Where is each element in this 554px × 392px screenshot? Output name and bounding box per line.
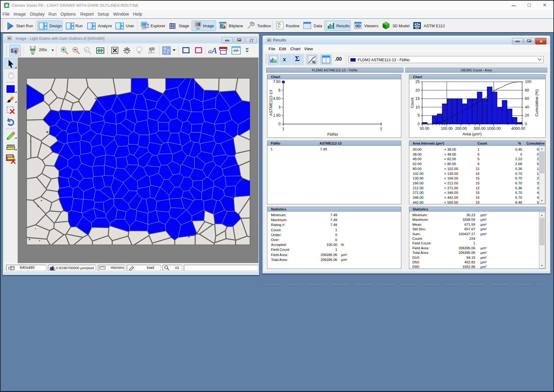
svg-text:5: 5 xyxy=(418,113,420,118)
svg-text:20: 20 xyxy=(525,113,529,118)
svg-text:30.00: 30.00 xyxy=(420,126,429,131)
svg-text:80: 80 xyxy=(525,88,529,92)
svg-text:FldNo: FldNo xyxy=(327,132,338,137)
svg-text:4000.00: 4000.00 xyxy=(511,126,525,131)
svg-text:7.50: 7.50 xyxy=(273,80,281,84)
svg-text:2: 2 xyxy=(380,127,382,131)
svg-text:ASTME112-13: ASTME112-13 xyxy=(269,90,273,116)
svg-text:100: 100 xyxy=(525,80,531,84)
svg-text:25: 25 xyxy=(415,80,420,84)
svg-text:200.00: 200.00 xyxy=(455,126,467,131)
svg-text:100.00: 100.00 xyxy=(441,126,453,131)
svg-text:3: 3 xyxy=(278,105,281,109)
svg-text:Area (µm²): Area (µm²) xyxy=(463,132,482,136)
svg-text:20: 20 xyxy=(415,88,420,92)
svg-text:1000.00: 1000.00 xyxy=(487,126,501,131)
svg-text:10: 10 xyxy=(415,105,420,109)
svg-text:1.50: 1.50 xyxy=(273,113,281,118)
svg-text:1: 1 xyxy=(282,127,285,131)
svg-text:60: 60 xyxy=(525,96,529,101)
svg-text:0: 0 xyxy=(525,122,527,126)
svg-text:4.50: 4.50 xyxy=(273,96,281,101)
svg-text:Cumulative (%): Cumulative (%) xyxy=(534,89,539,117)
svg-text:Count: Count xyxy=(410,97,415,108)
svg-text:0: 0 xyxy=(418,122,420,126)
svg-text:40: 40 xyxy=(525,105,529,109)
svg-text:0: 0 xyxy=(278,122,281,126)
svg-text:6: 6 xyxy=(278,88,281,92)
svg-text:500.00: 500.00 xyxy=(474,126,485,131)
svg-text:15: 15 xyxy=(415,96,420,101)
